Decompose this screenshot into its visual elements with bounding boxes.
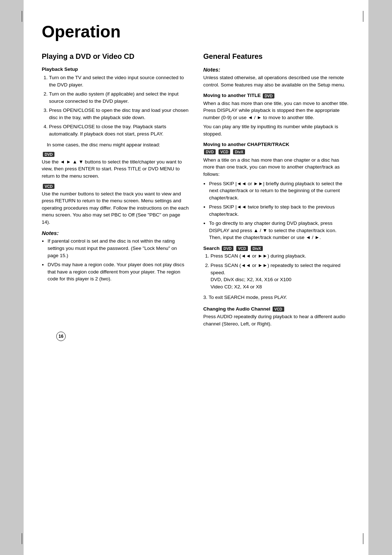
moving-chapter-heading: Moving to another CHAPTER/TRACK <box>203 142 350 147</box>
page-title: Operation <box>42 22 350 41</box>
note-after-steps: In some cases, the disc menu might appea… <box>47 141 189 149</box>
dvd-block-text: Use the ◄ ► ▲ ▼ buttons to select the ti… <box>42 158 189 180</box>
corner-mark-br <box>363 533 370 544</box>
right-column: General Features Notes: Unless stated ot… <box>203 52 350 330</box>
note-after-steps-text: In some cases, the disc menu might appea… <box>47 141 189 149</box>
moving-chapter-item-3: To go directly to any chapter during DVD… <box>209 220 350 241</box>
search-step-1: Press SCAN (◄◄ or ►►) during playback. <box>211 252 350 260</box>
right-notes-text: Unless stated otherwise, all operations … <box>203 74 350 88</box>
search-heading: Search DVD VCD DivX <box>203 246 350 251</box>
moving-title-heading: Moving to another TITLE DVD <box>203 93 350 98</box>
right-gray-bar <box>368 0 392 555</box>
search-badge-dvd: DVD <box>222 246 233 251</box>
playback-setup-heading: Playback Setup <box>42 66 189 72</box>
scan-note-1: DVD, DivX disc; X2, X4, X16 or X100 <box>211 277 291 282</box>
left-note-1: If parental control is set and the disc … <box>48 238 189 259</box>
playback-steps-list: Turn on the TV and select the video inpu… <box>42 74 189 138</box>
main-content: Operation Playing a DVD or Video CD Play… <box>24 0 368 352</box>
scan-note-2: Video CD; X2, X4 or X8 <box>211 284 262 289</box>
right-section-heading: General Features <box>203 52 350 61</box>
moving-chapter-badge-vcd: VCD <box>219 149 230 154</box>
moving-chapter-intro: When a title on a disc has more than one… <box>203 157 350 178</box>
audio-channel-badge: VCD <box>273 307 284 312</box>
vcd-block-text: Use the number buttons to select the tra… <box>42 190 189 226</box>
left-gray-bar <box>0 0 24 555</box>
moving-chapter-badge-dvd: DVD <box>204 149 216 154</box>
search-step-2: Press SCAN (◄◄ or ►►) repeatedly to sele… <box>211 262 350 290</box>
dvd-badge: DVD <box>43 152 54 157</box>
left-notes-list: If parental control is set and the disc … <box>42 238 189 282</box>
search-section: Search DVD VCD DivX Press SCAN (◄◄ or ►►… <box>203 246 350 301</box>
right-notes-label: Notes: <box>203 66 350 73</box>
moving-title-text2: You can play any title by inputting its … <box>203 123 350 137</box>
search-badge-divx: DivX <box>251 246 263 251</box>
moving-chapter-item-1: Press SKIP |◄◄ or ►►| briefly during pla… <box>209 180 350 202</box>
left-notes-label: Notes: <box>42 230 189 236</box>
playback-step-3: Press OPEN/CLOSE to open the disc tray a… <box>49 107 189 121</box>
moving-title-badge: DVD <box>263 93 274 98</box>
audio-channel-text: Press AUDIO repeatedly during playback t… <box>203 313 350 327</box>
moving-chapter-list: Press SKIP |◄◄ or ►►| briefly during pla… <box>203 180 350 242</box>
vcd-badge: VCD <box>43 184 54 189</box>
playback-step-1: Turn on the TV and select the video inpu… <box>49 74 189 88</box>
playback-step-4: Press OPEN/CLOSE to close the tray. Play… <box>49 123 189 137</box>
left-note-2: DVDs may have a region code. Your player… <box>48 261 189 283</box>
search-step-3: 3. To exit SEARCH mode, press PLAY. <box>203 294 350 301</box>
left-notes-block: Notes: If parental control is set and th… <box>42 230 189 282</box>
corner-mark-bl <box>22 533 29 544</box>
moving-chapter-section: Moving to another CHAPTER/TRACK DVD VCD … <box>203 142 350 241</box>
vcd-block: VCD Use the number buttons to select the… <box>42 183 189 226</box>
page-number: 16 <box>56 332 66 341</box>
dvd-block: DVD Use the ◄ ► ▲ ▼ buttons to select th… <box>42 151 189 179</box>
right-notes-intro: Notes: Unless stated otherwise, all oper… <box>203 66 350 88</box>
audio-channel-heading: Changing the Audio Channel VCD <box>203 306 350 312</box>
playback-step-2: Turn on the audio system (if applicable)… <box>49 90 189 105</box>
moving-chapter-item-2: Press SKIP |◄◄ twice briefly to step bac… <box>209 203 350 218</box>
audio-channel-section: Changing the Audio Channel VCD Press AUD… <box>203 306 350 328</box>
moving-title-section: Moving to another TITLE DVD When a disc … <box>203 93 350 137</box>
moving-chapter-badge-divx: DivX <box>233 149 245 154</box>
left-column: Playing a DVD or Video CD Playback Setup… <box>42 52 189 287</box>
moving-chapter-badges: DVD VCD DivX <box>203 149 350 154</box>
two-column-layout: Playing a DVD or Video CD Playback Setup… <box>42 52 350 330</box>
search-steps-list: Press SCAN (◄◄ or ►►) during playback. P… <box>203 252 350 290</box>
search-badge-vcd: VCD <box>236 246 248 251</box>
moving-title-text1: When a disc has more than one title, you… <box>203 100 350 121</box>
left-section-heading: Playing a DVD or Video CD <box>42 52 189 61</box>
